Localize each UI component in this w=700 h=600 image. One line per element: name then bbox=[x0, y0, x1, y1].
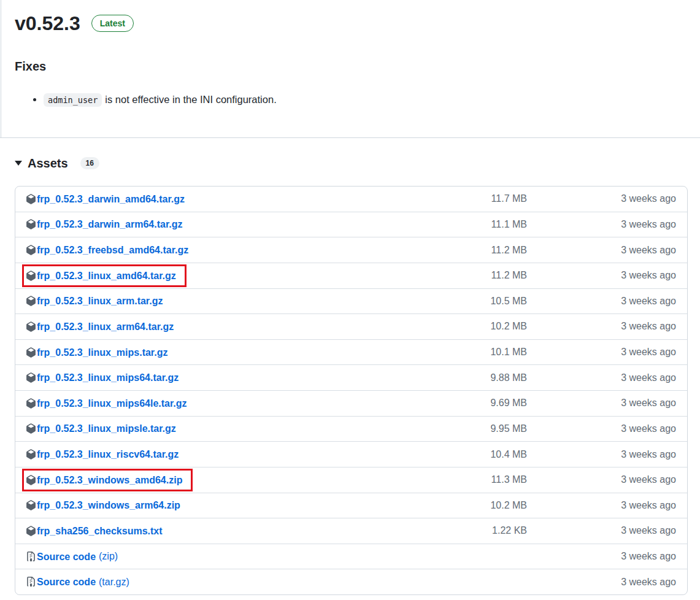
asset-size: 11.2 MB bbox=[453, 245, 527, 256]
asset-row: frp_0.52.3_linux_mips.tar.gz 10.1 MB 3 w… bbox=[15, 339, 687, 365]
asset-size: 10.1 MB bbox=[453, 347, 527, 358]
asset-date: 3 weeks ago bbox=[527, 398, 687, 409]
asset-date: 3 weeks ago bbox=[527, 577, 687, 588]
asset-download-link[interactable]: frp_0.52.3_windows_amd64.zip bbox=[37, 474, 182, 487]
asset-row: frp_0.52.3_linux_arm64.tar.gz 10.2 MB 3 … bbox=[15, 313, 687, 339]
asset-download-link[interactable]: frp_0.52.3_windows_arm64.zip bbox=[37, 499, 180, 512]
release-notes-list: admin_useris not effective in the INI co… bbox=[15, 91, 688, 109]
asset-row: frp_0.52.3_linux_arm.tar.gz 10.5 MB 3 we… bbox=[15, 288, 687, 314]
asset-date: 3 weeks ago bbox=[527, 525, 687, 536]
asset-name-wrap: frp_0.52.3_darwin_amd64.tar.gz bbox=[26, 193, 185, 206]
release-notes-heading: Fixes bbox=[15, 58, 688, 75]
asset-size: 9.88 MB bbox=[453, 372, 527, 383]
package-icon bbox=[26, 347, 36, 358]
asset-download-link[interactable]: frp_0.52.3_linux_arm64.tar.gz bbox=[37, 320, 174, 333]
asset-download-link[interactable]: frp_0.52.3_linux_mipsle.tar.gz bbox=[37, 422, 176, 435]
inline-code: admin_user bbox=[44, 93, 102, 107]
release-title: v0.52.3 bbox=[15, 11, 80, 36]
asset-name-wrap: frp_0.52.3_linux_amd64.tar.gz bbox=[22, 264, 187, 287]
zip-file-icon bbox=[26, 577, 36, 587]
asset-download-link[interactable]: frp_0.52.3_linux_amd64.tar.gz bbox=[37, 269, 176, 282]
asset-download-link[interactable]: Source code bbox=[37, 575, 96, 588]
asset-download-link[interactable]: frp_0.52.3_linux_arm.tar.gz bbox=[37, 294, 163, 307]
asset-row: Source code (tar.gz) 3 weeks ago bbox=[15, 569, 687, 594]
asset-row: frp_0.52.3_windows_amd64.zip 11.3 MB 3 w… bbox=[15, 467, 687, 493]
asset-date: 3 weeks ago bbox=[527, 296, 687, 307]
package-icon bbox=[26, 245, 36, 255]
asset-name-wrap: frp_0.52.3_windows_amd64.zip bbox=[22, 469, 193, 491]
asset-download-link[interactable]: frp_0.52.3_linux_riscv64.tar.gz bbox=[37, 448, 179, 461]
asset-name-wrap: frp_0.52.3_darwin_arm64.tar.gz bbox=[26, 218, 182, 231]
asset-size: 11.3 MB bbox=[453, 474, 527, 485]
asset-name-wrap: frp_0.52.3_linux_mips64.tar.gz bbox=[26, 371, 179, 384]
release-left-border bbox=[1, 0, 1, 137]
asset-name-wrap: frp_0.52.3_windows_arm64.zip bbox=[26, 499, 180, 512]
assets-count-badge: 16 bbox=[80, 157, 99, 169]
package-icon bbox=[26, 423, 36, 434]
asset-date: 3 weeks ago bbox=[527, 423, 687, 434]
asset-date: 3 weeks ago bbox=[527, 551, 687, 562]
asset-date: 3 weeks ago bbox=[527, 347, 687, 358]
asset-date: 3 weeks ago bbox=[527, 372, 687, 383]
asset-date: 3 weeks ago bbox=[527, 245, 687, 256]
asset-name-wrap: Source code (zip) bbox=[26, 550, 118, 563]
asset-date: 3 weeks ago bbox=[527, 270, 687, 281]
asset-name-wrap: frp_0.52.3_linux_riscv64.tar.gz bbox=[26, 448, 179, 461]
asset-name-wrap: frp_0.52.3_linux_arm64.tar.gz bbox=[26, 320, 174, 333]
asset-size: 1.22 KB bbox=[453, 525, 527, 536]
release-note-text: is not effective in the INI configuratio… bbox=[105, 94, 276, 105]
assets-heading: Assets bbox=[28, 155, 68, 172]
asset-row: Source code (zip) 3 weeks ago bbox=[15, 544, 687, 569]
asset-row: frp_0.52.3_linux_amd64.tar.gz 11.2 MB 3 … bbox=[15, 263, 687, 288]
asset-row: frp_0.52.3_linux_mips64.tar.gz 9.88 MB 3… bbox=[15, 364, 687, 390]
asset-download-link-suffix[interactable]: (tar.gz) bbox=[99, 577, 129, 588]
asset-row: frp_0.52.3_windows_arm64.zip 10.2 MB 3 w… bbox=[15, 493, 687, 518]
asset-size: 11.1 MB bbox=[453, 219, 527, 230]
asset-download-link[interactable]: frp_0.52.3_darwin_arm64.tar.gz bbox=[37, 218, 182, 231]
asset-row: frp_sha256_checksums.txt 1.22 KB 3 weeks… bbox=[15, 518, 687, 544]
asset-size: 11.2 MB bbox=[453, 270, 527, 281]
asset-download-link[interactable]: frp_0.52.3_linux_mips64le.tar.gz bbox=[37, 397, 187, 410]
asset-size: 10.5 MB bbox=[453, 296, 527, 307]
asset-size: 10.2 MB bbox=[453, 500, 527, 511]
release-title-row: v0.52.3 Latest bbox=[15, 10, 688, 37]
asset-date: 3 weeks ago bbox=[527, 193, 687, 204]
asset-date: 3 weeks ago bbox=[527, 449, 687, 460]
asset-date: 3 weeks ago bbox=[527, 321, 687, 332]
asset-name-wrap: frp_sha256_checksums.txt bbox=[26, 525, 163, 537]
asset-size: 9.95 MB bbox=[453, 423, 527, 434]
package-icon bbox=[26, 271, 36, 281]
package-icon bbox=[26, 500, 36, 510]
package-icon bbox=[26, 475, 36, 485]
asset-download-link[interactable]: Source code bbox=[37, 550, 96, 563]
asset-date: 3 weeks ago bbox=[527, 500, 687, 511]
asset-name-wrap: frp_0.52.3_freebsd_amd64.tar.gz bbox=[26, 244, 188, 256]
asset-download-link[interactable]: frp_0.52.3_freebsd_amd64.tar.gz bbox=[37, 244, 188, 256]
asset-row: frp_0.52.3_darwin_arm64.tar.gz 11.1 MB 3… bbox=[15, 212, 687, 237]
release-header-section: v0.52.3 Latest Fixes admin_useris not ef… bbox=[0, 0, 700, 138]
asset-size: 9.69 MB bbox=[453, 398, 527, 409]
package-icon bbox=[26, 526, 36, 536]
asset-download-link[interactable]: frp_0.52.3_linux_mips.tar.gz bbox=[37, 346, 167, 359]
release-note-item: admin_useris not effective in the INI co… bbox=[44, 91, 688, 109]
asset-row: frp_0.52.3_freebsd_amd64.tar.gz 11.2 MB … bbox=[15, 237, 687, 263]
asset-name-wrap: frp_0.52.3_linux_mips.tar.gz bbox=[26, 346, 167, 359]
zip-file-icon bbox=[26, 552, 36, 562]
assets-table: frp_0.52.3_darwin_amd64.tar.gz 11.7 MB 3… bbox=[15, 186, 688, 595]
assets-section: Assets 16 frp_0.52.3_darwin_amd64.tar.gz… bbox=[0, 155, 700, 595]
asset-download-link-suffix[interactable]: (zip) bbox=[99, 551, 118, 562]
asset-name-wrap: Source code (tar.gz) bbox=[26, 575, 129, 588]
asset-download-link[interactable]: frp_0.52.3_darwin_amd64.tar.gz bbox=[37, 193, 185, 206]
package-icon bbox=[26, 372, 36, 383]
asset-download-link[interactable]: frp_sha256_checksums.txt bbox=[37, 525, 163, 537]
asset-date: 3 weeks ago bbox=[527, 474, 687, 485]
package-icon bbox=[26, 296, 36, 306]
package-icon bbox=[26, 219, 36, 229]
latest-badge[interactable]: Latest bbox=[91, 15, 134, 32]
package-icon bbox=[26, 194, 36, 204]
assets-disclosure-toggle[interactable]: Assets 16 bbox=[15, 155, 688, 172]
asset-download-link[interactable]: frp_0.52.3_linux_mips64.tar.gz bbox=[37, 371, 179, 384]
asset-size: 10.4 MB bbox=[453, 449, 527, 460]
asset-size: 10.2 MB bbox=[453, 321, 527, 332]
package-icon bbox=[26, 321, 36, 332]
